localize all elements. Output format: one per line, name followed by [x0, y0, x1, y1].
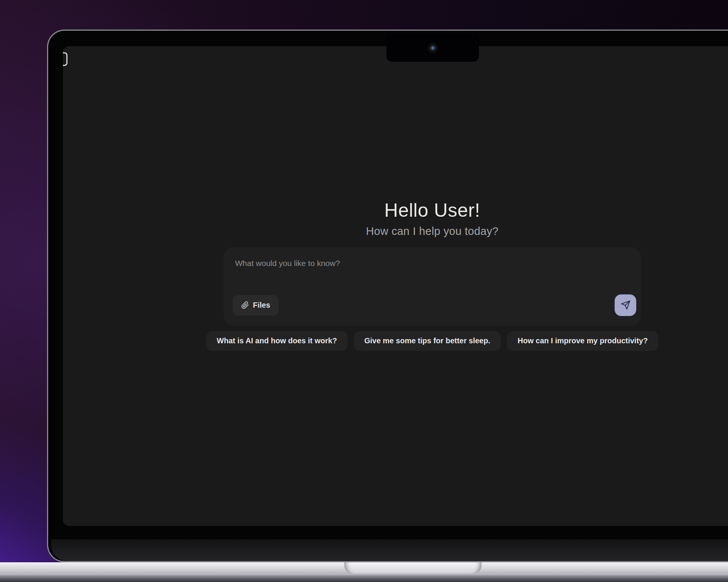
camera-dot [428, 43, 438, 53]
suggestion-chip-productivity[interactable]: How can I improve my productivity? [507, 331, 658, 351]
lid-thumb-scoop [344, 562, 482, 574]
message-input[interactable] [234, 258, 603, 268]
laptop-base [0, 562, 728, 575]
desktop-wallpaper: Hello User! How can I help you today? Fi… [0, 0, 728, 582]
attach-files-button[interactable]: Files [233, 295, 279, 316]
suggestion-chips: What is AI and how does it work? Give me… [186, 331, 679, 351]
greeting-title: Hello User! [186, 199, 679, 221]
message-composer: Files [224, 247, 641, 326]
laptop-base-edge [0, 575, 728, 582]
paper-plane-icon [621, 300, 631, 310]
files-button-label: Files [253, 301, 270, 310]
sidebar-toggle-icon[interactable] [63, 52, 67, 66]
chat-welcome-area: Hello User! How can I help you today? Fi… [186, 199, 679, 351]
suggestion-chip-sleep[interactable]: Give me some tips for better sleep. [354, 331, 501, 351]
send-button[interactable] [615, 294, 636, 316]
paperclip-icon [241, 301, 249, 309]
suggestion-chip-ai[interactable]: What is AI and how does it work? [206, 331, 348, 351]
laptop-screen: Hello User! How can I help you today? Fi… [63, 46, 728, 526]
greeting-subtitle: How can I help you today? [186, 224, 679, 239]
display-notch [386, 33, 479, 62]
laptop-hinge [51, 539, 728, 561]
